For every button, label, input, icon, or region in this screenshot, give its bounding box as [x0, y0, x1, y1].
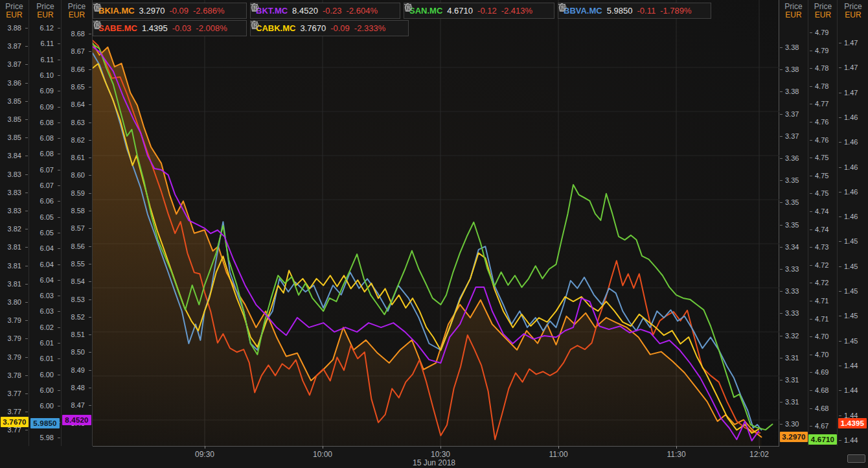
price-tick-mark: [58, 280, 60, 281]
price-tick-mark: [58, 123, 60, 123]
price-tick-mark: [25, 46, 28, 47]
price-tick-label: 4.75: [815, 153, 828, 162]
price-tick-mark: [810, 68, 812, 69]
price-tick-mark: [839, 390, 841, 391]
price-tick-mark: [810, 319, 812, 320]
price-tick-label: 4.78: [815, 64, 828, 73]
trash-icon[interactable]: [404, 3, 411, 12]
price-tick-mark: [58, 91, 60, 91]
price-tick-label: 6.08: [30, 118, 54, 127]
legend-change-pct: -2.686%: [193, 6, 224, 16]
price-tick-label: 4.77: [815, 99, 828, 108]
price-tick-label: 8.61: [62, 153, 85, 162]
time-tick-mark: [440, 446, 441, 449]
price-tick-mark: [25, 101, 28, 102]
price-tick-mark: [58, 406, 60, 406]
price-tick-label: 6.06: [30, 196, 54, 205]
trash-icon[interactable]: [251, 21, 258, 29]
price-tick-label: 6.11: [30, 39, 54, 48]
price-tick-mark: [58, 438, 60, 438]
price-tick-mark: [58, 43, 60, 44]
price-tick-label: 3.83: [0, 206, 21, 215]
price-tick-label: 6.09: [30, 102, 54, 111]
price-tick-label: 8.62: [62, 135, 85, 145]
price-tick-label: 3.88: [0, 23, 21, 32]
price-chart[interactable]: [93, 0, 779, 446]
legend-item-BBVA.MC[interactable]: BBVA.MC5.9850-0.11-1.789%: [558, 3, 711, 19]
price-tick-mark: [810, 265, 812, 266]
legend-item-CABK.MC[interactable]: CABK.MC3.7670-0.09-2.333%: [250, 20, 409, 36]
price-tick-label: 4.75: [815, 189, 828, 198]
time-tick-mark: [759, 446, 760, 449]
price-tick-mark: [25, 393, 28, 394]
price-tick-mark: [25, 119, 28, 120]
corner-button[interactable]: [847, 454, 865, 463]
price-tick-mark: [25, 266, 28, 266]
price-tick-label: 4.69: [815, 368, 828, 377]
axis-separator: [808, 0, 808, 446]
legend-ticker: BBVA.MC: [564, 6, 602, 16]
price-tick-mark: [810, 104, 812, 104]
legend-change-pct: -2.413%: [501, 6, 532, 16]
price-tick-label: 3.36: [785, 154, 799, 163]
price-tick-mark: [25, 83, 28, 84]
legend-price: 5.9850: [607, 6, 633, 16]
price-tick-label: 4.79: [815, 46, 828, 55]
price-tick-label: 6.03: [30, 307, 54, 316]
legend-ticker: BKT.MC: [256, 6, 288, 16]
legend-item-SABE.MC[interactable]: SABE.MC1.4395-0.03-2.008%: [93, 20, 247, 36]
price-tick-label: 8.56: [62, 242, 85, 251]
price-tick-label: 6.04: [30, 275, 54, 285]
price-tick-mark: [839, 216, 841, 217]
trash-icon[interactable]: [93, 3, 100, 12]
price-tick-label: 4.72: [815, 261, 828, 270]
price-tick-label: 6.07: [30, 181, 54, 190]
trash-icon[interactable]: [93, 21, 100, 29]
price-tick-mark: [89, 228, 91, 229]
price-tick-label: 4.76: [815, 117, 828, 126]
price-tick-mark: [58, 264, 60, 265]
price-tick-mark: [839, 192, 841, 193]
price-tick-label: 8.59: [62, 189, 85, 198]
price-tick-label: 3.81: [0, 261, 21, 270]
price-tick-label: 3.34: [785, 242, 799, 252]
price-tick-label: 8.68: [62, 29, 85, 38]
last-price-badge: 5.9850: [30, 418, 60, 428]
price-tick-label: 4.70: [815, 350, 828, 359]
price-tick-label: 8.63: [62, 118, 85, 127]
legend-item-BKIA.MC[interactable]: BKIA.MC3.2970-0.09-2.686%: [93, 3, 247, 19]
legend-change-pct: -2.333%: [354, 23, 385, 33]
price-tick-label: 1.45: [844, 287, 858, 296]
price-tick-label: 4.74: [815, 207, 828, 216]
price-tick-mark: [810, 140, 812, 141]
price-tick-mark: [839, 67, 841, 68]
price-tick-mark: [89, 334, 91, 335]
price-tick-label: 3.80: [0, 298, 21, 307]
price-tick-label: 3.33: [785, 264, 799, 274]
price-tick-label: 8.51: [62, 330, 85, 339]
price-tick-mark: [780, 47, 782, 48]
axis-header-currency: EUR: [779, 11, 808, 19]
price-tick-label: 1.46: [844, 113, 858, 122]
price-tick-label: 3.38: [785, 43, 799, 52]
price-tick-mark: [58, 358, 60, 359]
price-tick-mark: [780, 269, 782, 270]
legend-item-BKT.MC[interactable]: BKT.MC8.4520-0.23-2.604%: [250, 3, 400, 19]
price-tick-mark: [810, 51, 812, 51]
price-tick-label: 8.49: [62, 366, 85, 375]
price-tick-label: 4.75: [815, 171, 828, 180]
time-tick-label: 11:00: [549, 450, 567, 459]
price-tick-label: 3.78: [0, 371, 21, 380]
price-tick-label: 4.71: [815, 314, 828, 323]
price-tick-mark: [89, 246, 91, 247]
axis-header-currency: EUR: [838, 11, 868, 19]
trash-icon[interactable]: [558, 3, 565, 12]
price-tick-mark: [58, 217, 60, 218]
legend-item-SAN.MC[interactable]: SAN.MC4.6710-0.12-2.413%: [404, 3, 554, 19]
trash-icon[interactable]: [251, 3, 258, 12]
price-tick-mark: [25, 430, 28, 430]
price-tick-mark: [780, 180, 782, 181]
price-tick-label: 3.81: [0, 279, 21, 288]
price-tick-mark: [810, 86, 812, 87]
price-tick-mark: [810, 301, 812, 301]
